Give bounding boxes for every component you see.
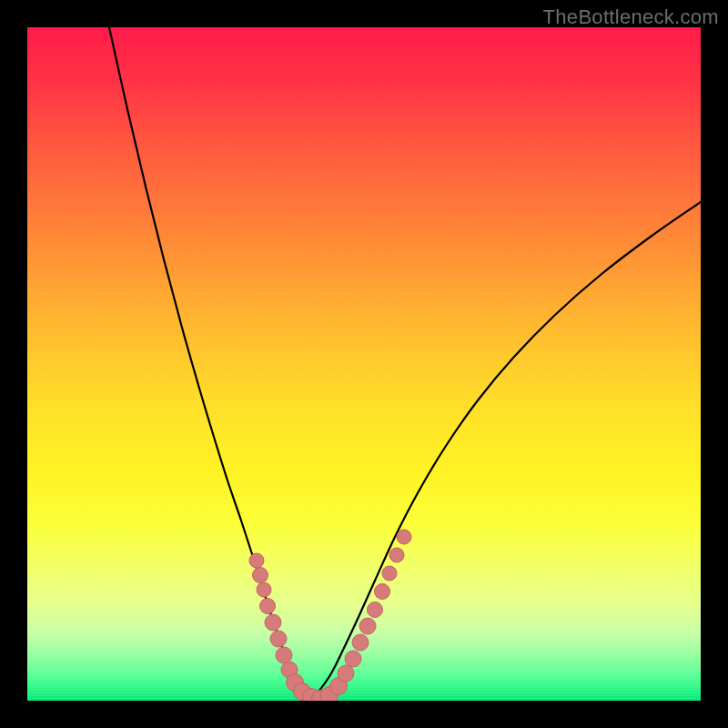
data-marker [260, 599, 276, 614]
data-marker [382, 566, 397, 581]
data-marker [270, 631, 287, 647]
data-marker [397, 530, 411, 544]
left-curve [109, 27, 309, 701]
data-marker [265, 614, 281, 631]
data-marker [338, 665, 354, 682]
band-lines-group [27, 668, 701, 701]
data-marker [368, 602, 383, 618]
chart-svg [27, 27, 701, 701]
data-marker [249, 553, 264, 568]
data-marker [257, 582, 271, 597]
data-marker [352, 634, 369, 651]
data-marker [345, 651, 361, 667]
data-marker [276, 647, 292, 663]
chart-frame: TheBottleneck.com [0, 0, 728, 728]
data-marker [375, 584, 390, 600]
data-marker [359, 618, 376, 634]
data-marker [389, 548, 404, 562]
plot-area [27, 27, 701, 701]
data-marker [253, 568, 268, 583]
watermark-text: TheBottleneck.com [543, 5, 719, 29]
